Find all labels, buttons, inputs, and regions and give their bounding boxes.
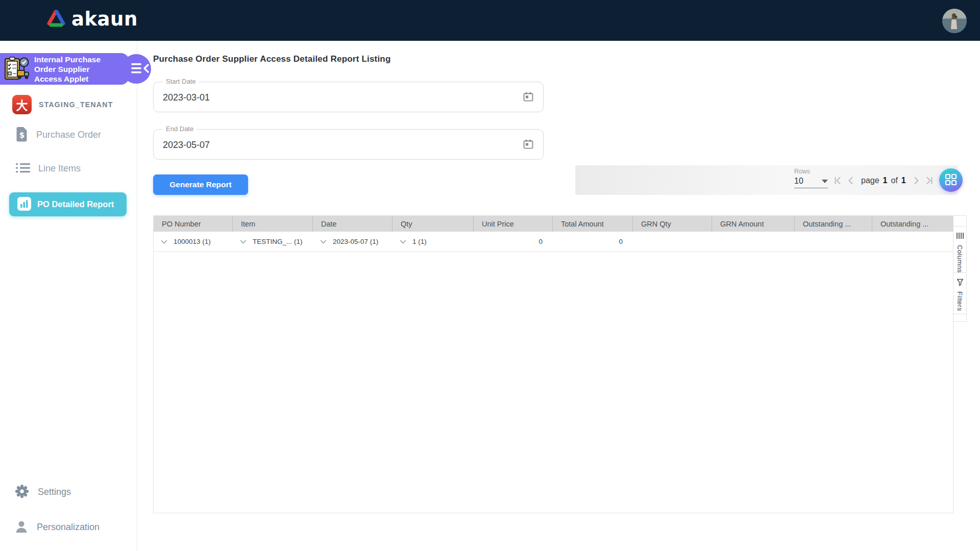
report-table: PO Number Item Date Qty Unit Price Total… — [153, 215, 953, 513]
sidebar-item-settings[interactable]: Settings — [14, 484, 71, 500]
column-header-item[interactable]: Item — [233, 216, 313, 232]
column-header-outstanding-2[interactable]: Outstanding ... — [872, 216, 952, 232]
next-page-button[interactable] — [911, 175, 922, 186]
chevron-down-icon[interactable] — [320, 238, 327, 245]
column-header-grn-amount[interactable]: GRN Amount — [712, 216, 795, 232]
columns-panel-tab[interactable]: Columns — [953, 226, 966, 273]
sidebar: Internal Purchase Order Supplier Access … — [0, 41, 137, 551]
column-header-unit-price[interactable]: Unit Price — [474, 216, 553, 232]
sidebar-item-label: Line Items — [38, 163, 81, 174]
cell-value: 1000013 (1) — [174, 238, 211, 245]
akaun-triangle-icon — [46, 9, 66, 30]
filters-panel-tab[interactable]: Filters — [953, 273, 966, 314]
cell-unit-price: 0 — [474, 232, 553, 252]
end-date-input[interactable] — [162, 130, 491, 160]
cell-grn-amount — [712, 232, 795, 252]
column-header-po-number[interactable]: PO Number — [154, 216, 233, 232]
cell-value: 2023-05-07 (1) — [333, 238, 378, 245]
column-header-outstanding-1[interactable]: Outstanding ... — [795, 216, 872, 232]
applet-clipboard-truck-icon — [4, 56, 30, 82]
column-header-total-amount[interactable]: Total Amount — [553, 216, 633, 232]
start-date-field: Start Date — [153, 82, 544, 112]
bar-chart-icon — [17, 197, 31, 212]
sidebar-collapse-button[interactable] — [121, 54, 151, 84]
columns-icon — [956, 232, 964, 241]
column-header-qty[interactable]: Qty — [393, 216, 474, 232]
column-header-grn-qty[interactable]: GRN Qty — [633, 216, 712, 232]
table-header-row: PO Number Item Date Qty Unit Price Total… — [154, 216, 953, 232]
cell-po-number: 1000013 (1) — [154, 232, 233, 252]
cell-total-amount: 0 — [553, 232, 633, 252]
cell-grn-qty — [633, 232, 712, 252]
current-page: 1 — [883, 176, 888, 185]
sidebar-item-label: Personalization — [37, 522, 100, 533]
sidebar-item-po-detailed-report[interactable]: PO Detailed Report — [9, 192, 127, 216]
rows-select[interactable]: 10 — [794, 177, 828, 188]
collapse-menu-icon — [131, 62, 150, 76]
caret-down-icon — [822, 180, 828, 183]
page-word: page — [861, 176, 879, 185]
end-date-field: End Date — [153, 129, 544, 160]
filter-funnel-icon — [956, 278, 964, 288]
cell-qty: 1 (1) — [393, 232, 474, 252]
sidebar-item-staging-tenant[interactable]: 大 STAGING_TENANT — [12, 95, 113, 114]
svg-text:$: $ — [19, 131, 24, 140]
rows-label: Rows — [794, 168, 828, 175]
filters-tab-label: Filters — [956, 291, 964, 311]
of-word: of — [891, 176, 898, 185]
cell-outstanding-2 — [872, 232, 952, 252]
applet-header: Internal Purchase Order Supplier Access … — [0, 53, 129, 85]
previous-page-button[interactable] — [845, 175, 856, 186]
brand-logo: akaun — [46, 8, 138, 30]
last-page-button[interactable] — [924, 175, 935, 186]
tenant-icon: 大 — [12, 95, 32, 114]
grid-view-button[interactable] — [939, 168, 963, 192]
table-row[interactable]: 1000013 (1) TESTING_... (1) 2023-05-07 (… — [154, 232, 953, 252]
grid-icon — [945, 173, 957, 187]
cell-value: 1 (1) — [412, 238, 427, 245]
rows-value: 10 — [794, 177, 803, 186]
cell-value: TESTING_... (1) — [253, 238, 303, 245]
cell-item: TESTING_... (1) — [233, 232, 313, 252]
user-avatar[interactable] — [942, 9, 967, 33]
cell-date: 2023-05-07 (1) — [313, 232, 393, 252]
sidebar-item-label: PO Detailed Report — [37, 199, 114, 209]
chevron-down-icon[interactable] — [240, 238, 247, 245]
columns-tab-label: Columns — [956, 245, 964, 273]
sidebar-item-personalization[interactable]: Personalization — [14, 519, 100, 535]
table-side-panel: Columns Filters — [953, 215, 967, 322]
cell-outstanding-1 — [795, 232, 872, 252]
start-date-input[interactable] — [162, 82, 491, 113]
sidebar-item-label: Purchase Order — [36, 130, 101, 140]
rows-per-page: Rows 10 — [794, 168, 828, 188]
sidebar-item-line-items[interactable]: Line Items — [16, 162, 81, 175]
sidebar-item-label: STAGING_TENANT — [39, 101, 113, 109]
sidebar-item-label: Settings — [38, 487, 71, 497]
applet-title: Internal Purchase Order Supplier Access … — [34, 55, 101, 84]
calendar-icon[interactable] — [520, 136, 537, 153]
generate-report-button[interactable]: Generate Report — [153, 174, 248, 195]
pagination: page 1 of 1 — [832, 173, 935, 188]
chevron-down-icon[interactable] — [400, 238, 406, 245]
first-page-button[interactable] — [832, 175, 843, 186]
total-pages: 1 — [901, 176, 906, 185]
brand-name: akaun — [71, 8, 138, 30]
topbar: akaun — [0, 0, 980, 41]
gear-icon — [14, 484, 30, 500]
person-icon — [14, 519, 29, 535]
column-header-date[interactable]: Date — [313, 216, 393, 232]
page-indicator: page 1 of 1 — [861, 176, 906, 185]
calendar-icon[interactable] — [520, 88, 537, 106]
document-dollar-icon: $ — [16, 127, 28, 143]
list-icon — [16, 162, 30, 175]
page-title: Purchase Order Supplier Access Detailed … — [153, 54, 391, 64]
chevron-down-icon[interactable] — [161, 238, 167, 245]
sidebar-item-purchase-order[interactable]: $ Purchase Order — [16, 127, 101, 143]
